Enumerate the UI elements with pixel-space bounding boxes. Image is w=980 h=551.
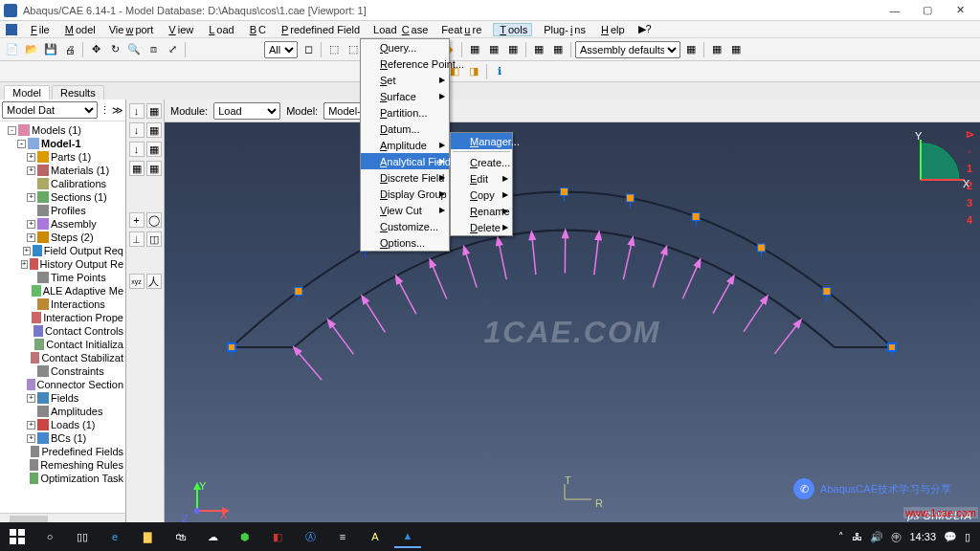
menu-item[interactable]: Analytical Field▶ — [361, 153, 449, 169]
menu-item[interactable]: Set▶ — [361, 72, 449, 88]
tb-i15[interactable]: ▦ — [727, 41, 745, 58]
submenu-item[interactable]: Edit▶ — [451, 170, 512, 187]
taskview-icon[interactable]: ▯▯ — [69, 525, 96, 548]
tray-ime-icon[interactable]: ㊥ — [891, 530, 902, 544]
tool-b1[interactable]: ↓ — [129, 122, 145, 138]
menu-whatsthis[interactable]: ▶? — [636, 23, 654, 35]
tree-node[interactable]: +Loads (1) — [0, 418, 125, 431]
tree-node[interactable]: -Model-1 — [0, 137, 125, 150]
menu-item[interactable]: Query... — [361, 39, 449, 55]
pan-icon[interactable]: ✥ — [87, 41, 104, 58]
minimize-button[interactable]: — — [879, 0, 911, 21]
store-icon[interactable]: 🛍 — [167, 525, 193, 548]
tree-node[interactable]: +Sections (1) — [0, 190, 125, 204]
tree-node[interactable]: ALE Adaptive Me — [0, 284, 125, 298]
tray-vol-icon[interactable]: 🔊 — [870, 531, 883, 543]
menu-predef[interactable]: Predefined Field — [278, 24, 362, 35]
new-icon[interactable]: 📄 — [4, 41, 21, 58]
menu-item[interactable]: Customize... — [361, 218, 449, 234]
tree-node[interactable]: +History Output Re — [0, 257, 125, 271]
submenu-item[interactable]: Delete▶ — [451, 219, 512, 235]
tool-c1[interactable]: ↓ — [129, 142, 145, 157]
submenu-item[interactable]: Rename▶ — [451, 203, 512, 219]
tree-node[interactable]: Constraints — [0, 364, 125, 378]
menu-loadcase[interactable]: Load Case — [371, 24, 430, 35]
tb-i13[interactable]: ▦ — [682, 41, 700, 58]
tool-d1[interactable]: ▦ — [129, 161, 145, 176]
tree-node[interactable]: Optimization Task — [0, 472, 125, 485]
menu-file[interactable]: File — [27, 24, 52, 35]
menu-item[interactable]: Display Group▶ — [361, 186, 449, 202]
menu-model[interactable]: Model — [61, 24, 98, 35]
tool-c2[interactable]: ▦ — [146, 142, 162, 157]
tree-node[interactable]: Interactions — [0, 298, 125, 311]
abaqus-task-icon[interactable]: ▲ — [394, 525, 421, 548]
selection-combo[interactable]: All — [264, 41, 298, 58]
cube2-icon[interactable]: ◨ — [465, 63, 482, 80]
tree-node[interactable]: Connector Section — [0, 378, 125, 391]
menu-item[interactable]: Surface▶ — [361, 88, 449, 104]
tab-results[interactable]: Results — [52, 85, 104, 99]
menu-item[interactable]: View Cut▶ — [361, 202, 449, 218]
model-tree[interactable]: -Models (1)-Model-1+Parts (1)+Materials … — [0, 121, 125, 513]
cortana-icon[interactable]: ○ — [36, 525, 63, 548]
sel-replace-icon[interactable]: ◻ — [300, 41, 317, 58]
print-icon[interactable]: 🖨 — [61, 41, 78, 58]
tool-g2[interactable]: 人 — [146, 274, 162, 289]
tree-node[interactable]: Calibrations — [0, 177, 125, 190]
tool-a2[interactable]: ▦ — [146, 103, 162, 119]
tree-node[interactable]: +Fields — [0, 391, 125, 405]
submenu-item[interactable]: Create... — [451, 154, 512, 170]
tool-f2[interactable]: ◫ — [146, 231, 162, 247]
rotate-icon[interactable]: ↻ — [106, 41, 123, 58]
tree-node[interactable]: Contact Controls — [0, 324, 125, 338]
vm-a[interactable]: ⊳ — [963, 128, 976, 142]
system-tray[interactable]: ˄ 🖧 🔊 ㊥ 14:33 💬 ▯ — [838, 530, 976, 544]
vm-b[interactable]: ◦ — [963, 145, 976, 159]
tree-node[interactable]: +BCs (1) — [0, 431, 125, 445]
tray-up-icon[interactable]: ˄ — [838, 531, 844, 543]
display-combo[interactable]: Assembly defaults — [575, 41, 680, 58]
tree-node[interactable]: +Assembly — [0, 217, 125, 231]
tree-col-icon[interactable]: ≫ — [112, 104, 123, 117]
tb-i10[interactable]: ▦ — [504, 41, 522, 58]
menu-tools[interactable]: Tools — [493, 23, 532, 36]
tree-node[interactable]: Contact Initializa — [0, 338, 125, 351]
tray-notif-icon[interactable]: 💬 — [944, 531, 957, 543]
submenu-item[interactable]: Manager... — [451, 133, 512, 149]
tree-node[interactable]: Interaction Prope — [0, 311, 125, 324]
security-icon[interactable]: ⬢ — [232, 525, 258, 548]
app3-icon[interactable]: Ⓐ — [297, 525, 323, 548]
tree-node[interactable]: Time Points — [0, 271, 125, 284]
menu-item[interactable]: Amplitude▶ — [361, 137, 449, 153]
menu-viewport[interactable]: Viewport — [107, 24, 156, 35]
info-icon[interactable]: ℹ — [491, 63, 508, 80]
tab-model[interactable]: Model — [4, 85, 50, 99]
app2-icon[interactable]: ◧ — [264, 525, 291, 548]
maximize-button[interactable]: ▢ — [911, 0, 944, 21]
tree-node[interactable]: Amplitudes — [0, 405, 125, 418]
open-icon[interactable]: 📂 — [23, 41, 40, 58]
tree-node[interactable]: +Steps (2) — [0, 231, 125, 244]
tree-node[interactable]: Remeshing Rules — [0, 458, 125, 472]
menu-item[interactable]: Reference Point... — [361, 55, 449, 72]
tree-node[interactable]: +Materials (1) — [0, 164, 125, 177]
tree-cfg-icon[interactable]: ⋮ — [100, 104, 110, 117]
tb-i12[interactable]: ▦ — [549, 41, 567, 58]
menu-bc[interactable]: BC — [246, 24, 268, 35]
tb-i11[interactable]: ▦ — [530, 41, 547, 58]
start-button[interactable] — [4, 525, 31, 548]
tree-filter-combo[interactable]: Model Dat — [2, 101, 98, 119]
app4-icon[interactable]: ≡ — [329, 525, 356, 548]
menu-feature[interactable]: Feature — [439, 24, 483, 35]
zoom-icon[interactable]: 🔍 — [125, 41, 143, 58]
zoom-box-icon[interactable]: ⧈ — [145, 41, 162, 58]
close-button[interactable]: ✕ — [944, 0, 976, 21]
tree-node[interactable]: +Field Output Req — [0, 244, 125, 257]
vm-3[interactable]: 3 — [963, 197, 976, 210]
explorer-icon[interactable]: ▇ — [134, 525, 161, 548]
menu-load[interactable]: Load — [205, 24, 235, 35]
vm-4[interactable]: 4 — [963, 214, 976, 228]
tool-g1[interactable]: xyz — [129, 274, 145, 289]
tool-e2[interactable]: ◯ — [146, 212, 162, 228]
